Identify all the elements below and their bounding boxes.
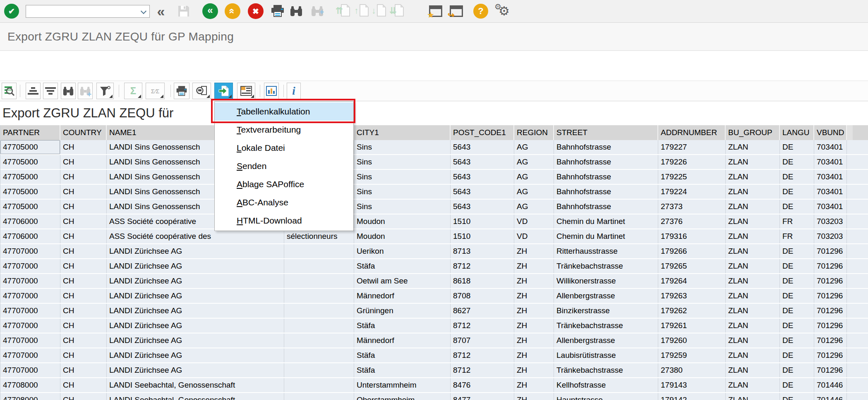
- cell-bu_group[interactable]: ZLAN: [726, 274, 780, 288]
- cell-name2[interactable]: [284, 319, 354, 333]
- cell-region[interactable]: AG: [514, 200, 554, 214]
- cell-name2[interactable]: [284, 244, 354, 258]
- cell-langu[interactable]: FR: [780, 214, 814, 229]
- cell-country[interactable]: CH: [60, 170, 107, 184]
- print-icon[interactable]: [270, 5, 285, 17]
- cell-addrnumber[interactable]: 179263: [658, 289, 726, 303]
- cell-addrnumber[interactable]: 27373: [658, 200, 726, 214]
- cell-city1[interactable]: Oberstammheim: [354, 393, 451, 400]
- cell-country[interactable]: CH: [60, 140, 107, 154]
- cell-name1[interactable]: LANDI Zürichsee AG: [107, 244, 284, 258]
- cell-langu[interactable]: DE: [780, 274, 814, 288]
- cell-langu[interactable]: DE: [780, 378, 814, 392]
- cell-street[interactable]: Bahnhofstrasse: [554, 185, 658, 199]
- cell-region[interactable]: ZH: [514, 244, 554, 258]
- cell-post_code1[interactable]: 8712: [451, 348, 514, 362]
- column-header-langu[interactable]: LANGU: [780, 125, 814, 140]
- table-row[interactable]: 47707000CHLANDI Zürichsee AGStäfa8712ZHL…: [0, 348, 868, 363]
- cell-langu[interactable]: FR: [780, 229, 814, 243]
- cell-partner[interactable]: 47707000: [0, 274, 60, 288]
- cell-partner[interactable]: 47707000: [0, 244, 60, 258]
- filter-icon[interactable]: [96, 83, 114, 99]
- cell-region[interactable]: AG: [514, 185, 554, 199]
- cell-addrnumber[interactable]: 179260: [658, 333, 726, 348]
- cell-street[interactable]: Allenbergstrasse: [554, 289, 658, 303]
- cell-vbund[interactable]: 703401: [814, 200, 847, 214]
- cell-bu_group[interactable]: ZLAN: [726, 155, 780, 169]
- cell-bu_group[interactable]: ZLAN: [726, 214, 780, 229]
- cell-addrnumber[interactable]: 179261: [658, 319, 726, 333]
- cell-vbund[interactable]: 703203: [814, 214, 847, 229]
- table-row[interactable]: 47707000CHLANDI Zürichsee AGStäfa8712ZHT…: [0, 319, 868, 333]
- cell-partner[interactable]: 47707000: [0, 259, 60, 273]
- cell-vbund[interactable]: 703203: [814, 229, 847, 243]
- cell-street[interactable]: Binzikerstrasse: [554, 304, 658, 318]
- cell-city1[interactable]: Stäfa: [354, 363, 451, 377]
- cell-region[interactable]: AG: [514, 155, 554, 169]
- cell-name2[interactable]: [284, 333, 354, 348]
- column-header-country[interactable]: COUNTRY: [60, 125, 107, 140]
- cell-region[interactable]: ZH: [514, 363, 554, 377]
- cell-partner[interactable]: 47705000: [0, 185, 60, 199]
- cell-langu[interactable]: DE: [780, 363, 814, 377]
- cell-city1[interactable]: Unterstammheim: [354, 378, 451, 392]
- cell-street[interactable]: Willikonerstrasse: [554, 274, 658, 288]
- cell-name2[interactable]: [284, 393, 354, 400]
- enter-check-icon[interactable]: ✔: [4, 4, 19, 19]
- cell-langu[interactable]: DE: [780, 140, 814, 154]
- column-header-bu_group[interactable]: BU_GROUP: [726, 125, 780, 140]
- cell-country[interactable]: CH: [60, 304, 107, 318]
- cell-partner[interactable]: 47707000: [0, 363, 60, 377]
- cell-post_code1[interactable]: 8707: [451, 333, 514, 348]
- cell-region[interactable]: ZH: [514, 348, 554, 362]
- cell-name1[interactable]: LANDI Zürichsee AG: [107, 363, 284, 377]
- cell-city1[interactable]: Uerikon: [354, 244, 451, 258]
- cell-name2[interactable]: [284, 363, 354, 377]
- cell-name2[interactable]: sélectionneurs: [284, 229, 354, 243]
- cell-addrnumber[interactable]: 179143: [658, 378, 726, 392]
- cell-city1[interactable]: Sins: [354, 140, 451, 154]
- cell-langu[interactable]: DE: [780, 393, 814, 400]
- column-header-city1[interactable]: CITY1: [354, 125, 451, 140]
- column-header-post_code1[interactable]: POST_CODE1: [451, 125, 514, 140]
- cell-vbund[interactable]: 703401: [814, 185, 847, 199]
- cell-region[interactable]: VD: [514, 214, 554, 229]
- cell-name1[interactable]: LANDI Zürichsee AG: [107, 289, 284, 303]
- cell-city1[interactable]: Stäfa: [354, 348, 451, 362]
- menu-item[interactable]: Senden: [215, 157, 353, 175]
- cell-vbund[interactable]: 701296: [814, 289, 847, 303]
- cell-street[interactable]: Bahnhofstrasse: [554, 200, 658, 214]
- cell-city1[interactable]: Sins: [354, 170, 451, 184]
- command-field[interactable]: [26, 5, 150, 18]
- details-icon[interactable]: [2, 83, 17, 99]
- cell-vbund[interactable]: 701296: [814, 319, 847, 333]
- cell-street[interactable]: Hauptstrasse: [554, 393, 658, 400]
- cell-name2[interactable]: [284, 289, 354, 303]
- cell-city1[interactable]: Sins: [354, 155, 451, 169]
- cell-langu[interactable]: DE: [780, 289, 814, 303]
- cell-name1[interactable]: LANDI Zürichsee AG: [107, 348, 284, 362]
- cell-name1[interactable]: LANDI Zürichsee AG: [107, 259, 284, 273]
- create-shortcut-icon[interactable]: ★: [427, 5, 444, 17]
- cell-bu_group[interactable]: ZLAN: [726, 393, 780, 400]
- new-session-icon[interactable]: ↪: [448, 5, 465, 17]
- cell-street[interactable]: Allenbergstrasse: [554, 333, 658, 348]
- cell-name1[interactable]: LANDI Zürichsee AG: [107, 319, 284, 333]
- cell-post_code1[interactable]: 8708: [451, 289, 514, 303]
- cell-vbund[interactable]: 701296: [814, 274, 847, 288]
- cell-city1[interactable]: Oetwil am See: [354, 274, 451, 288]
- cell-country[interactable]: CH: [60, 214, 107, 229]
- cell-region[interactable]: ZH: [514, 378, 554, 392]
- cell-post_code1[interactable]: 8627: [451, 304, 514, 318]
- cell-langu[interactable]: DE: [780, 333, 814, 348]
- cell-partner[interactable]: 47708000: [0, 393, 60, 400]
- cell-street[interactable]: Tränkebachstrasse: [554, 259, 658, 273]
- cell-partner[interactable]: 47707000: [0, 333, 60, 348]
- cell-post_code1[interactable]: 1510: [451, 229, 514, 243]
- cell-region[interactable]: VD: [514, 229, 554, 243]
- customize-layout-icon[interactable]: ⚙⚙: [494, 3, 511, 19]
- cell-bu_group[interactable]: ZLAN: [726, 185, 780, 199]
- cancel-icon[interactable]: ✖: [248, 3, 264, 19]
- cell-addrnumber[interactable]: 179259: [658, 348, 726, 362]
- cell-region[interactable]: ZH: [514, 319, 554, 333]
